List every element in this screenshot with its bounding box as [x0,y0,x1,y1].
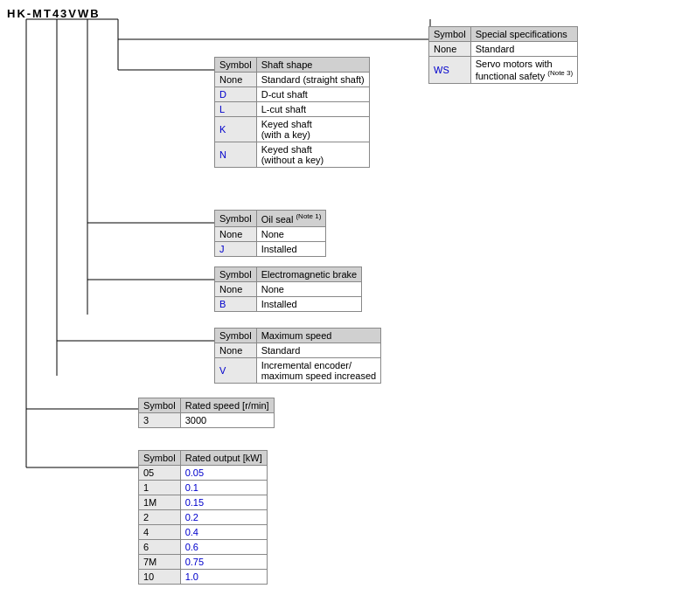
ratedoutput-symbol-05: 05 [139,466,181,481]
brake-symbol-b: B [215,297,257,312]
shaft-table-block: Symbol Shaft shape None Standard (straig… [214,57,370,168]
special-symbol-ws: WS [429,57,471,84]
ratedspeed-desc-3000: 3000 [180,413,274,428]
shaft-desc-n: Keyed shaft(without a key) [256,142,369,168]
table-row: 3 3000 [139,413,275,428]
oilseal-header-desc: Oil seal (Note 1) [256,211,326,227]
table-row: L L-cut shaft [215,102,370,117]
brake-desc-none: None [256,282,361,297]
ratedspeed-symbol-3: 3 [139,413,181,428]
shaft-table: Symbol Shaft shape None Standard (straig… [214,57,370,168]
ratedoutput-value-05: 0.05 [180,466,267,481]
brake-header-desc: Electromagnetic brake [256,267,361,282]
ratedoutput-value-7m: 0.75 [180,555,267,570]
special-table-block: Symbol Special specifications None Stand… [428,26,578,84]
oilseal-symbol-j: J [215,241,257,256]
table-row: 4 0.4 [139,525,268,540]
brake-table: Symbol Electromagnetic brake None None B… [214,266,362,312]
maxspeed-desc-v: Incremental encoder/maximum speed increa… [256,358,380,384]
table-row: D D-cut shaft [215,87,370,102]
special-desc-ws: Servo motors withfunctional safety (Note… [470,57,577,84]
table-row: 10 1.0 [139,570,268,585]
brake-header-symbol: Symbol [215,267,257,282]
maxspeed-header-desc: Maximum speed [256,329,380,343]
shaft-symbol-d: D [215,87,257,102]
maxspeed-header-symbol: Symbol [215,329,257,343]
oilseal-symbol-none: None [215,226,257,241]
table-row: J Installed [215,241,326,256]
ratedoutput-value-1m: 0.15 [180,495,267,510]
oilseal-table: Symbol Oil seal (Note 1) None None J Ins… [214,210,326,257]
ratedspeed-header-desc: Rated speed [r/min] [180,398,274,413]
ratedoutput-value-6: 0.6 [180,540,267,555]
oilseal-desc-j: Installed [256,241,326,256]
shaft-header-symbol: Symbol [215,58,257,73]
special-header-desc: Special specifications [470,27,577,42]
oilseal-header-symbol: Symbol [215,211,257,227]
maxspeed-table-block: Symbol Maximum speed None Standard V Inc… [214,328,381,384]
maxspeed-symbol-v: V [215,358,257,384]
table-row: B Installed [215,297,362,312]
page-container: HK-MT43VWB S [0,0,682,616]
ratedspeed-table: Symbol Rated speed [r/min] 3 3000 [138,398,275,428]
table-row: 6 0.6 [139,540,268,555]
brake-symbol-none: None [215,282,257,297]
brake-desc-b: Installed [256,297,361,312]
shaft-desc-k: Keyed shaft(with a key) [256,117,369,142]
ratedoutput-value-4: 0.4 [180,525,267,540]
ratedoutput-symbol-2: 2 [139,510,181,525]
oilseal-table-block: Symbol Oil seal (Note 1) None None J Ins… [214,210,326,257]
maxspeed-table: Symbol Maximum speed None Standard V Inc… [214,328,381,384]
ratedoutput-symbol-4: 4 [139,525,181,540]
table-row: N Keyed shaft(without a key) [215,142,370,168]
table-row: K Keyed shaft(with a key) [215,117,370,142]
ratedoutput-header-desc: Rated output [kW] [180,451,267,466]
special-desc-standard: Standard [470,42,577,57]
ratedoutput-symbol-7m: 7M [139,555,181,570]
table-row: 1 0.1 [139,481,268,495]
ratedoutput-symbol-1: 1 [139,481,181,495]
shaft-desc-d: D-cut shaft [256,87,369,102]
ratedoutput-table-block: Symbol Rated output [kW] 05 0.05 1 0.1 1… [138,450,268,585]
ratedoutput-value-10: 1.0 [180,570,267,585]
table-row: 7M 0.75 [139,555,268,570]
table-row: None None [215,282,362,297]
ratedoutput-table: Symbol Rated output [kW] 05 0.05 1 0.1 1… [138,450,268,585]
ratedoutput-value-1: 0.1 [180,481,267,495]
table-row: V Incremental encoder/maximum speed incr… [215,358,381,384]
ratedoutput-value-2: 0.2 [180,510,267,525]
shaft-desc-straight: Standard (straight shaft) [256,73,369,87]
maxspeed-symbol-none: None [215,343,257,358]
table-row: None Standard (straight shaft) [215,73,370,87]
ratedoutput-symbol-6: 6 [139,540,181,555]
special-symbol-none: None [429,42,471,57]
table-row: None Standard [429,42,578,57]
table-row: WS Servo motors withfunctional safety (N… [429,57,578,84]
page-title: HK-MT43VWB [7,7,101,20]
shaft-symbol-k: K [215,117,257,142]
special-table: Symbol Special specifications None Stand… [428,26,578,84]
ratedspeed-table-block: Symbol Rated speed [r/min] 3 3000 [138,398,275,428]
ratedspeed-header-symbol: Symbol [139,398,181,413]
ratedoutput-header-symbol: Symbol [139,451,181,466]
table-row: None Standard [215,343,381,358]
table-row: None None [215,226,326,241]
ratedoutput-symbol-10: 10 [139,570,181,585]
shaft-desc-l: L-cut shaft [256,102,369,117]
maxspeed-desc-none: Standard [256,343,380,358]
shaft-header-desc: Shaft shape [256,58,369,73]
brake-table-block: Symbol Electromagnetic brake None None B… [214,266,362,312]
table-row: 2 0.2 [139,510,268,525]
shaft-symbol-l: L [215,102,257,117]
table-row: 1M 0.15 [139,495,268,510]
shaft-symbol-n: N [215,142,257,168]
special-header-symbol: Symbol [429,27,471,42]
oilseal-desc-none: None [256,226,326,241]
shaft-symbol-none: None [215,73,257,87]
ratedoutput-symbol-1m: 1M [139,495,181,510]
table-row: 05 0.05 [139,466,268,481]
